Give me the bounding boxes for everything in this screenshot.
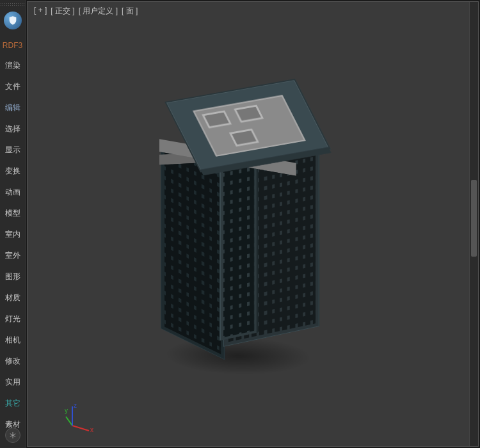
sidebar-item-8[interactable]: 模型 <box>0 203 25 224</box>
svg-line-0 <box>72 426 89 431</box>
toolbar-grip[interactable] <box>0 3 25 6</box>
axis-z-label: z <box>74 403 77 409</box>
sidebar-item-4[interactable]: 选择 <box>0 118 25 140</box>
axis-gizmo[interactable]: x y z <box>65 403 95 433</box>
shield-icon <box>8 15 18 26</box>
sidebar-item-2[interactable]: 文件 <box>0 76 25 97</box>
asterisk-icon <box>9 431 17 439</box>
sidebar-item-11[interactable]: 图形 <box>0 266 25 287</box>
viewport-labels: [ + ] [ 正交 ] [ 用户定义 ] [ 面 ] <box>34 6 138 17</box>
app-root: RDF3渲染文件编辑选择显示变换动画模型室内室外图形材质灯光相机修改实用其它素材… <box>0 0 480 448</box>
sidebar-item-1[interactable]: 渲染 <box>0 55 25 76</box>
viewport-menu-shading[interactable]: [ 面 ] <box>122 6 138 17</box>
scrollbar-thumb[interactable] <box>471 180 477 257</box>
sidebar-item-14[interactable]: 相机 <box>0 330 25 351</box>
sidebar-item-5[interactable]: 显示 <box>0 140 25 161</box>
sidebar-item-9[interactable]: 室内 <box>0 224 25 245</box>
building-model[interactable] <box>182 87 323 343</box>
sidebar-item-16[interactable]: 实用 <box>0 372 25 393</box>
settings-button[interactable] <box>5 428 20 443</box>
sidebar-item-3[interactable]: 编辑 <box>0 97 25 118</box>
roof-unit <box>229 129 259 147</box>
vertical-scrollbar[interactable] <box>469 2 478 446</box>
app-logo[interactable] <box>4 12 22 29</box>
sidebar-menu: RDF3渲染文件编辑选择显示变换动画模型室内室外图形材质灯光相机修改实用其它素材 <box>0 36 25 435</box>
axis-y-label: y <box>65 407 68 414</box>
viewport-menu-ortho[interactable]: [ 正交 ] <box>51 6 74 17</box>
sidebar-item-15[interactable]: 修改 <box>0 351 25 372</box>
building-bay <box>220 146 258 341</box>
building-wall-left <box>161 143 225 360</box>
sidebar-item-13[interactable]: 灯光 <box>0 308 25 330</box>
axis-x-label: x <box>90 426 93 433</box>
roof-unit <box>202 110 232 128</box>
sidebar-item-0[interactable]: RDF3 <box>0 36 25 55</box>
roof-platform <box>193 95 305 157</box>
roof-unit <box>234 105 264 123</box>
viewport[interactable]: [ + ] [ 正交 ] [ 用户定义 ] [ 面 ] <box>27 1 479 447</box>
sidebar-item-17[interactable]: 其它 <box>0 393 25 414</box>
svg-line-1 <box>66 417 72 426</box>
sidebar-item-10[interactable]: 室外 <box>0 245 25 266</box>
viewport-menu-plus[interactable]: [ + ] <box>34 6 47 17</box>
sidebar-item-12[interactable]: 材质 <box>0 287 25 308</box>
sidebar: RDF3渲染文件编辑选择显示变换动画模型室内室外图形材质灯光相机修改实用其它素材 <box>0 0 26 448</box>
sidebar-item-6[interactable]: 变换 <box>0 161 25 182</box>
viewport-menu-user[interactable]: [ 用户定义 ] <box>79 6 118 17</box>
sidebar-item-7[interactable]: 动画 <box>0 182 25 203</box>
scene-content <box>182 87 323 343</box>
